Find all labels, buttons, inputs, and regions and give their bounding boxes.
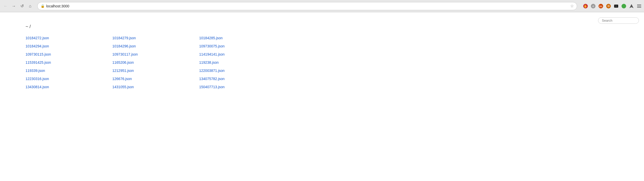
page-content: ~ / 10184272.json10184279.json10184285.j… [0,12,644,181]
list-item[interactable]: 10184294.json [26,43,112,50]
file-list: 10184272.json10184279.json10184285.json1… [26,34,644,90]
list-item[interactable]: 109730117.json [112,51,199,58]
back-button[interactable]: ← [2,3,9,10]
url-text: localhost:3000 [46,4,569,8]
list-item[interactable]: 119238.json [199,59,286,66]
extension-icon-3[interactable]: D1 [598,3,604,9]
extension-icon-7[interactable] [629,3,634,9]
list-item[interactable]: 134075782.json [199,75,286,82]
path-heading: ~ / [26,24,644,29]
page-icon: 🔒 [41,4,45,8]
reload-button[interactable]: ↺ [18,3,26,10]
svg-rect-12 [637,6,641,6]
list-item[interactable]: 114194141.json [199,51,286,58]
list-item[interactable]: 1212951.json [112,67,199,74]
list-item[interactable]: 10184272.json [26,34,112,42]
address-bar[interactable]: 🔒 localhost:3000 ☆ [37,2,577,10]
list-item[interactable]: 1431055.json [112,83,199,90]
list-item[interactable]: 13430814.json [26,83,112,90]
list-item[interactable]: 115391425.json [26,59,112,66]
bookmark-icon[interactable]: ☆ [570,4,574,8]
list-item[interactable]: 126676.json [112,75,199,82]
menu-button[interactable] [636,3,642,9]
list-item[interactable]: 10184285.json [199,34,286,42]
list-item[interactable]: 122003871.json [199,67,286,74]
list-item[interactable]: 1165206.json [112,59,199,66]
search-input[interactable] [598,17,639,24]
list-item[interactable]: 109730075.json [199,43,286,50]
extension-icon-5[interactable] [613,3,619,9]
svg-rect-11 [637,5,641,5]
list-item[interactable]: 119339.json [26,67,112,74]
extension-icon-2[interactable]: ⊘ [590,3,596,9]
toolbar-icons: ✋ ⊘ D1 ⚙ [583,3,642,9]
extension-icon-1[interactable]: ✋ [583,3,588,9]
svg-rect-13 [637,7,641,8]
svg-text:⚙: ⚙ [607,4,610,8]
svg-text:✋: ✋ [584,4,587,8]
list-item[interactable]: 10184279.json [112,34,199,42]
home-button[interactable]: ⌂ [27,3,34,10]
extension-icon-6[interactable] [621,3,627,9]
list-item[interactable]: 109730115.json [26,51,112,58]
svg-point-10 [622,4,626,8]
svg-text:⊘: ⊘ [592,5,594,8]
svg-text:D1: D1 [599,5,602,8]
browser-chrome: ← → ↺ ⌂ 🔒 localhost:3000 ☆ ✋ ⊘ D1 [0,0,644,12]
nav-buttons: ← → ↺ ⌂ [2,3,34,10]
extension-icon-4[interactable]: ⚙ [606,3,611,9]
search-box-container [598,17,639,24]
list-item[interactable]: 10184296.json [112,43,199,50]
list-item[interactable]: 12230316.json [26,75,112,82]
list-item[interactable]: 150407713.json [199,83,286,90]
forward-button[interactable]: → [10,3,17,10]
svg-point-9 [615,5,617,7]
